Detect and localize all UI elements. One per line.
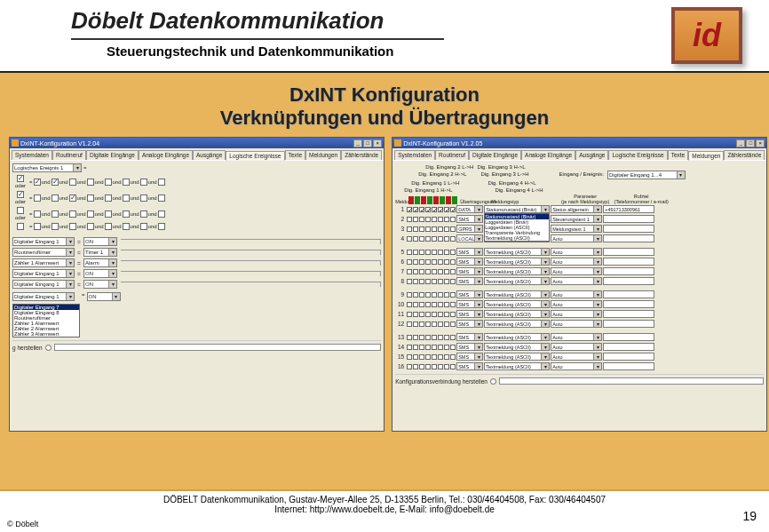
param-select[interactable]: Auto▾ bbox=[551, 353, 602, 361]
trigger-checkbox[interactable] bbox=[438, 364, 443, 369]
rufziel-input[interactable] bbox=[603, 320, 654, 328]
trigger-checkbox[interactable] bbox=[438, 322, 443, 327]
trigger-checkbox[interactable] bbox=[425, 345, 431, 350]
trigger-checkbox[interactable] bbox=[425, 259, 431, 265]
rufziel-input[interactable] bbox=[603, 277, 654, 285]
trigger-checkbox[interactable] bbox=[407, 364, 412, 369]
trigger-checkbox[interactable] bbox=[432, 259, 437, 265]
value-select[interactable]: Timer 1▾ bbox=[83, 248, 117, 257]
tab-z-hlerst-nde[interactable]: Zählerstände bbox=[724, 150, 765, 160]
trigger-checkbox[interactable] bbox=[438, 226, 443, 232]
trigger-checkbox[interactable] bbox=[413, 312, 418, 317]
mtyp-option[interactable]: Textmeldung (ASCII) bbox=[485, 235, 549, 241]
trigger-checkbox[interactable] bbox=[425, 236, 431, 242]
term-checkbox[interactable] bbox=[105, 179, 112, 186]
trigger-checkbox[interactable] bbox=[419, 207, 424, 212]
tab-texte[interactable]: Texte bbox=[285, 150, 306, 160]
tab-analoge-eing-nge[interactable]: Analoge Eingänge bbox=[521, 150, 575, 160]
term-checkbox[interactable] bbox=[123, 195, 130, 202]
trigger-checkbox[interactable] bbox=[438, 259, 443, 265]
term-checkbox[interactable] bbox=[34, 195, 41, 202]
trigger-checkbox[interactable] bbox=[438, 236, 443, 242]
rufziel-input[interactable] bbox=[603, 215, 654, 223]
row-enable-checkbox[interactable] bbox=[17, 207, 24, 214]
listbox-item[interactable]: Zähler 3 Alarmwert bbox=[13, 331, 79, 337]
trigger-checkbox[interactable] bbox=[450, 217, 456, 222]
trigger-checkbox[interactable] bbox=[419, 345, 424, 350]
mtyp-dropdown-list[interactable]: Stationszustand (Binär)Loggerdaten (Binä… bbox=[484, 213, 550, 242]
term-checkbox[interactable] bbox=[105, 195, 112, 202]
connect-radio[interactable] bbox=[490, 378, 496, 385]
trigger-checkbox[interactable] bbox=[425, 226, 431, 232]
minimize-button[interactable]: _ bbox=[736, 139, 745, 147]
trigger-checkbox[interactable] bbox=[413, 279, 418, 284]
param-select[interactable]: Auto▾ bbox=[551, 362, 602, 370]
trigger-checkbox[interactable] bbox=[419, 364, 424, 369]
rufziel-input[interactable] bbox=[603, 300, 654, 308]
param-select[interactable]: Steuerungstext 1▾ bbox=[551, 215, 602, 223]
term-checkbox[interactable] bbox=[105, 210, 112, 218]
trigger-checkbox[interactable] bbox=[407, 236, 412, 242]
trigger-checkbox[interactable] bbox=[407, 207, 412, 212]
trigger-checkbox[interactable] bbox=[425, 292, 431, 298]
trigger-checkbox[interactable] bbox=[432, 354, 437, 360]
term-checkbox[interactable] bbox=[158, 223, 165, 230]
trigger-checkbox[interactable] bbox=[413, 292, 418, 298]
mtyp-select[interactable]: Textmeldung (ASCII)▾ bbox=[484, 353, 550, 361]
trigger-checkbox[interactable] bbox=[419, 312, 424, 317]
trigger-checkbox[interactable] bbox=[407, 269, 412, 274]
trigger-checkbox[interactable] bbox=[444, 269, 449, 274]
trigger-checkbox[interactable] bbox=[432, 312, 437, 317]
last-value-select[interactable]: ON▾ bbox=[87, 292, 121, 301]
trigger-checkbox[interactable] bbox=[438, 207, 443, 212]
uart-select[interactable]: SMS▾ bbox=[456, 267, 483, 275]
input-select[interactable]: Digitaler Eingang 1▾ bbox=[12, 269, 75, 278]
rufziel-input[interactable] bbox=[603, 343, 654, 351]
trigger-checkbox[interactable] bbox=[407, 250, 412, 255]
uart-select[interactable]: SMS▾ bbox=[456, 277, 483, 285]
term-checkbox[interactable] bbox=[69, 223, 76, 230]
param-select[interactable]: Auto▾ bbox=[551, 234, 602, 242]
trigger-checkbox[interactable] bbox=[450, 207, 456, 212]
uart-select[interactable]: SMS▾ bbox=[456, 290, 483, 298]
tab-digitale-eing-nge[interactable]: Digitale Eingänge bbox=[469, 150, 521, 160]
tab-systemdaten[interactable]: Systemdaten bbox=[12, 150, 52, 160]
trigger-checkbox[interactable] bbox=[419, 269, 424, 274]
param-select[interactable]: Auto▾ bbox=[551, 343, 602, 351]
tab-digitale-eing-nge[interactable]: Digitale Eingänge bbox=[86, 150, 139, 160]
trigger-checkbox[interactable] bbox=[450, 335, 456, 340]
trigger-checkbox[interactable] bbox=[425, 354, 431, 360]
uart-select[interactable]: SMS▾ bbox=[456, 362, 483, 370]
rufziel-input[interactable] bbox=[603, 310, 654, 318]
trigger-checkbox[interactable] bbox=[438, 345, 443, 350]
tab-meldungen[interactable]: Meldungen bbox=[688, 151, 724, 161]
trigger-checkbox[interactable] bbox=[450, 322, 456, 327]
trigger-checkbox[interactable] bbox=[450, 354, 456, 360]
trigger-checkbox[interactable] bbox=[419, 259, 424, 265]
trigger-checkbox[interactable] bbox=[419, 292, 424, 298]
term-checkbox[interactable] bbox=[87, 210, 94, 218]
row-enable-checkbox[interactable] bbox=[17, 175, 24, 182]
trigger-checkbox[interactable] bbox=[450, 345, 456, 350]
trigger-checkbox[interactable] bbox=[413, 207, 418, 212]
trigger-checkbox[interactable] bbox=[432, 292, 437, 298]
tab-ausg-nge[interactable]: Ausgänge bbox=[193, 150, 226, 160]
value-select[interactable]: Alarm▾ bbox=[83, 258, 117, 267]
term-checkbox[interactable] bbox=[87, 223, 94, 230]
trigger-checkbox[interactable] bbox=[419, 279, 424, 284]
trigger-checkbox[interactable] bbox=[419, 354, 424, 360]
trigger-checkbox[interactable] bbox=[432, 302, 437, 307]
row-enable-checkbox[interactable] bbox=[17, 191, 24, 198]
trigger-checkbox[interactable] bbox=[413, 226, 418, 232]
trigger-checkbox[interactable] bbox=[413, 364, 418, 369]
mtyp-select[interactable]: Textmeldung (ASCII)▾ bbox=[484, 343, 550, 351]
param-select[interactable]: Auto▾ bbox=[551, 267, 602, 275]
trigger-checkbox[interactable] bbox=[450, 226, 456, 232]
rufziel-input[interactable] bbox=[603, 333, 654, 341]
param-select[interactable]: Auto▾ bbox=[551, 320, 602, 328]
uart-select[interactable]: SMS▾ bbox=[456, 333, 483, 341]
trigger-checkbox[interactable] bbox=[419, 250, 424, 255]
trigger-checkbox[interactable] bbox=[444, 354, 449, 360]
trigger-checkbox[interactable] bbox=[419, 217, 424, 222]
term-checkbox[interactable] bbox=[123, 210, 130, 218]
